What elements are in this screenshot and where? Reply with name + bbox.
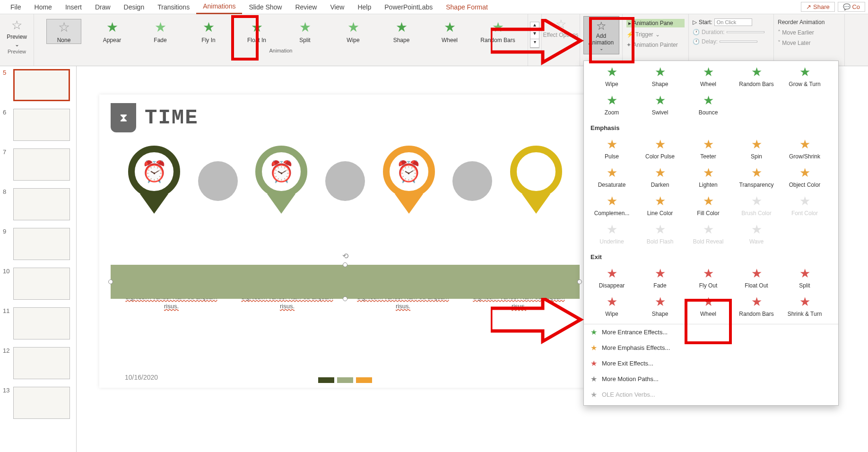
dd-item-desaturate[interactable]: ★Desaturate bbox=[588, 163, 636, 191]
anim-gallery-appear[interactable]: ★Appear bbox=[95, 19, 130, 43]
dd-item-pulse[interactable]: ★Pulse bbox=[588, 134, 636, 163]
gallery-up-icon[interactable]: ▲ bbox=[530, 22, 539, 31]
tab-help[interactable]: Help bbox=[351, 0, 378, 14]
tab-slideshow[interactable]: Slide Show bbox=[242, 0, 288, 14]
resize-handle[interactable] bbox=[343, 262, 347, 267]
dd-link-label: OLE Action Verbs... bbox=[602, 391, 655, 398]
dd-item-teeter[interactable]: ★Teeter bbox=[684, 134, 732, 163]
dd-item-wheel[interactable]: ★Wheel bbox=[684, 292, 732, 320]
dd-link-more-exit-effects-[interactable]: ★More Exit Effects... bbox=[584, 356, 838, 371]
tab-shape-format[interactable]: Shape Format bbox=[439, 0, 495, 14]
anim-gallery-wipe[interactable]: ★Wipe bbox=[336, 19, 371, 43]
slide-thumb-13[interactable]: 13 bbox=[3, 387, 73, 419]
dd-item-transparency[interactable]: ★Transparency bbox=[732, 163, 781, 191]
resize-handle[interactable] bbox=[577, 279, 582, 284]
tab-view[interactable]: View bbox=[323, 0, 351, 14]
dd-item-zoom[interactable]: ★Zoom bbox=[588, 90, 636, 119]
timeline-pin-4[interactable] bbox=[508, 146, 564, 217]
anim-gallery-random-bars[interactable]: ★Random Bars bbox=[480, 19, 515, 43]
tab-home[interactable]: Home bbox=[28, 0, 59, 14]
dd-item-underline: ★Underline bbox=[588, 219, 636, 248]
anim-gallery-wheel[interactable]: ★Wheel bbox=[432, 19, 467, 43]
dd-item-shape[interactable]: ★Shape bbox=[636, 62, 684, 90]
dd-item-color-pulse[interactable]: ★Color Pulse bbox=[636, 134, 684, 163]
dd-item-bounce[interactable]: ★Bounce bbox=[684, 90, 732, 119]
anim-gallery-fade[interactable]: ★Fade bbox=[143, 19, 178, 43]
move-later-button[interactable]: ˅ Move Later bbox=[778, 40, 841, 46]
resize-handle[interactable] bbox=[108, 279, 113, 284]
slide-thumb-6[interactable]: 6 bbox=[3, 109, 73, 141]
dd-item-shape[interactable]: ★Shape bbox=[636, 292, 684, 320]
dd-item-wheel[interactable]: ★Wheel bbox=[684, 62, 732, 90]
tab-animations[interactable]: Animations bbox=[196, 0, 242, 14]
dd-item-line-color[interactable]: ★Line Color bbox=[636, 191, 684, 219]
slide-thumb-8[interactable]: 8 bbox=[3, 188, 73, 220]
dd-item-darken[interactable]: ★Darken bbox=[636, 163, 684, 191]
add-animation-button[interactable]: ☆ Add Animation ⌄ bbox=[583, 16, 619, 54]
tab-insert[interactable]: Insert bbox=[59, 0, 88, 14]
slide-thumb-10[interactable]: 10 bbox=[3, 268, 73, 300]
dd-item-shrink-turn[interactable]: ★Shrink & Turn bbox=[781, 292, 829, 320]
tab-draw[interactable]: Draw bbox=[88, 0, 117, 14]
anim-gallery-split[interactable]: ★Split bbox=[287, 19, 322, 43]
slide-thumb-5[interactable]: 5 bbox=[3, 69, 73, 101]
effect-options-button[interactable]: ☆ Effect Options bbox=[542, 14, 580, 38]
dd-link-more-emphasis-effects-[interactable]: ★More Emphasis Effects... bbox=[584, 340, 838, 356]
dd-item-disappear[interactable]: ★Disappear bbox=[588, 263, 636, 292]
dd-item-object-color[interactable]: ★Object Color bbox=[781, 163, 829, 191]
gallery-down-icon[interactable]: ▼ bbox=[530, 31, 539, 39]
dd-link-more-entrance-effects-[interactable]: ★More Entrance Effects... bbox=[584, 324, 838, 340]
timeline-pin-3[interactable]: ⏰ bbox=[381, 146, 437, 217]
dd-item-random-bars[interactable]: ★Random Bars bbox=[732, 62, 781, 90]
anim-label: None bbox=[57, 37, 71, 43]
slide-thumb-11[interactable]: 11 bbox=[3, 307, 73, 339]
move-earlier-button[interactable]: ˄ Move Earlier bbox=[778, 29, 841, 36]
dd-item-wipe[interactable]: ★Wipe bbox=[588, 292, 636, 320]
dd-item-grow-turn[interactable]: ★Grow & Turn bbox=[781, 62, 829, 90]
selected-shape-bar[interactable]: ⟲ bbox=[111, 265, 580, 299]
dd-item-spin[interactable]: ★Spin bbox=[732, 134, 781, 163]
preview-button[interactable]: ☆ Preview ⌄ bbox=[7, 18, 27, 48]
dd-item-lighten[interactable]: ★Lighten bbox=[684, 163, 732, 191]
slide-thumb-12[interactable]: 12 bbox=[3, 347, 73, 379]
gallery-scroll[interactable]: ▲ ▼ ▾ bbox=[530, 22, 539, 48]
dd-item-fly-out[interactable]: ★Fly Out bbox=[684, 263, 732, 292]
dd-item-wipe[interactable]: ★Wipe bbox=[588, 62, 636, 90]
duration-field[interactable] bbox=[727, 31, 764, 33]
anim-gallery-fly-in[interactable]: ★Fly In bbox=[191, 19, 226, 43]
animation-painter-button[interactable]: ✦ Animation Painter bbox=[626, 42, 685, 48]
tab-powerpointlabs[interactable]: PowerPointLabs bbox=[378, 0, 439, 14]
slide-thumbnails-panel[interactable]: 5678910111213 bbox=[0, 66, 77, 452]
gallery-more-icon[interactable]: ▾ bbox=[530, 39, 539, 48]
anim-gallery-float-in[interactable]: ★Float In bbox=[239, 19, 274, 43]
timeline-pin-2[interactable]: ⏰ bbox=[253, 146, 310, 217]
timeline-pin-1[interactable]: ⏰ bbox=[126, 146, 182, 217]
dd-item-swivel[interactable]: ★Swivel bbox=[636, 90, 684, 119]
tab-design[interactable]: Design bbox=[117, 0, 151, 14]
slide-thumb-7[interactable]: 7 bbox=[3, 148, 73, 181]
resize-handle[interactable] bbox=[343, 296, 347, 301]
trigger-button[interactable]: ⚡ Trigger ⌄ bbox=[626, 31, 685, 38]
dd-item-complemen-[interactable]: ★Complemen... bbox=[588, 191, 636, 219]
delay-field[interactable] bbox=[720, 41, 757, 43]
dd-item-split[interactable]: ★Split bbox=[781, 263, 829, 292]
anim-gallery-shape[interactable]: ★Shape bbox=[384, 19, 419, 43]
dd-item-float-out[interactable]: ★Float Out bbox=[732, 263, 781, 292]
comments-button[interactable]: 💬 Co bbox=[838, 2, 865, 12]
start-field[interactable]: On Click bbox=[714, 18, 752, 26]
dd-link-more-motion-paths-[interactable]: ★More Motion Paths... bbox=[584, 371, 838, 387]
slide-thumb-9[interactable]: 9 bbox=[3, 228, 73, 260]
tab-file[interactable]: File bbox=[4, 0, 28, 14]
dd-item-grow-shrink[interactable]: ★Grow/Shrink bbox=[781, 134, 829, 163]
dd-item-fade[interactable]: ★Fade bbox=[636, 263, 684, 292]
animation-pane-button[interactable]: ▸ Animation Pane bbox=[626, 19, 685, 27]
slide-editor[interactable]: ⧗ TIME ⏰ ⏰ ⏰ ⟲ Lorem ipsum dolor sit ame… bbox=[99, 95, 591, 388]
tab-review[interactable]: Review bbox=[288, 0, 323, 14]
anim-gallery-none[interactable]: ☆None bbox=[46, 19, 81, 44]
dd-item-fill-color[interactable]: ★Fill Color bbox=[684, 191, 732, 219]
share-button[interactable]: ↗ Share bbox=[801, 2, 834, 12]
tab-transitions[interactable]: Transitions bbox=[151, 0, 196, 14]
dd-item-label: Font Color bbox=[791, 210, 818, 217]
dd-item-random-bars[interactable]: ★Random Bars bbox=[732, 292, 781, 320]
rotate-handle-icon[interactable]: ⟲ bbox=[342, 252, 348, 261]
